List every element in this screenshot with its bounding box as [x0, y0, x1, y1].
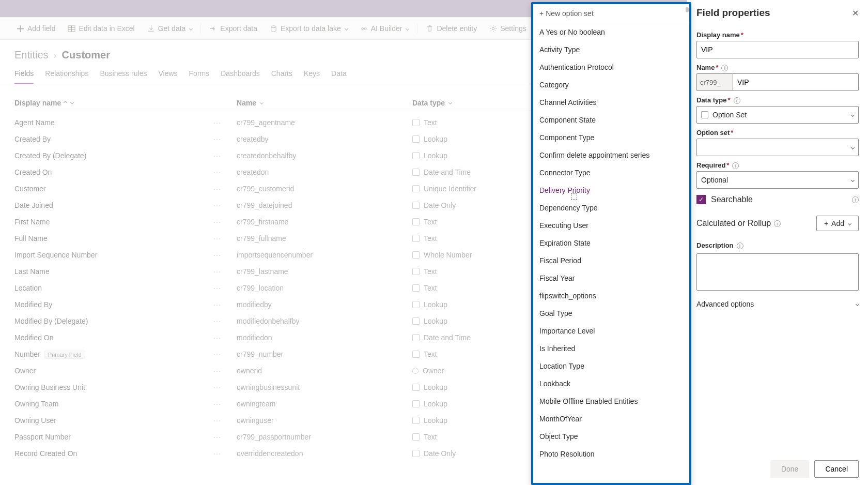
option-set-select[interactable] — [696, 139, 859, 156]
option-set-dropdown[interactable]: + New option set A Yes or No booleanActi… — [531, 2, 691, 485]
row-more-button[interactable]: ··· — [213, 433, 221, 441]
row-more-button[interactable]: ··· — [213, 383, 221, 391]
option-set-item[interactable]: Location Type — [533, 357, 689, 375]
row-more-button[interactable]: ··· — [213, 201, 221, 209]
required-label: Required*i — [696, 161, 859, 169]
tab-charts[interactable]: Charts — [271, 66, 292, 84]
row-more-button[interactable]: ··· — [213, 267, 221, 276]
tab-relationships[interactable]: Relationships — [45, 66, 88, 84]
tab-keys[interactable]: Keys — [304, 66, 320, 84]
row-more-button[interactable]: ··· — [213, 251, 221, 259]
settings-label: Settings — [500, 24, 526, 33]
option-set-item[interactable]: Delivery Priority — [533, 181, 689, 199]
option-set-item[interactable]: Photo Resolution — [533, 445, 689, 463]
option-set-item[interactable]: Lookback — [533, 375, 689, 392]
excel-icon — [68, 25, 75, 33]
new-option-set-item[interactable]: + New option set — [533, 4, 689, 23]
settings-button[interactable]: Settings — [483, 18, 533, 39]
row-more-button[interactable]: ··· — [213, 416, 221, 425]
option-set-item[interactable]: Importance Level — [533, 322, 689, 340]
col-name[interactable]: Name — [237, 99, 412, 107]
tab-business-rules[interactable]: Business rules — [100, 66, 147, 84]
option-set-item[interactable]: Dependency Type — [533, 199, 689, 217]
row-more-button[interactable]: ··· — [213, 449, 221, 458]
option-set-item[interactable]: Is Inherited — [533, 340, 689, 357]
row-name: cr799_number — [237, 350, 412, 358]
row-more-button[interactable]: ··· — [213, 367, 221, 375]
row-more-button[interactable]: ··· — [213, 218, 221, 226]
data-type-select[interactable]: Option Set — [696, 106, 859, 124]
breadcrumb-entities[interactable]: Entities — [14, 49, 49, 61]
option-set-item[interactable]: Fiscal Year — [533, 269, 689, 287]
info-icon[interactable]: i — [774, 220, 781, 227]
option-set-item[interactable]: flipswitch_options — [533, 287, 689, 305]
row-more-button[interactable]: ··· — [213, 185, 221, 193]
option-set-item[interactable]: Authentication Protocol — [533, 58, 689, 76]
add-label: Add — [831, 219, 844, 228]
option-set-item[interactable]: Expiration State — [533, 234, 689, 252]
info-icon[interactable]: i — [721, 65, 728, 71]
tab-fields[interactable]: Fields — [14, 66, 34, 84]
ai-icon — [360, 25, 368, 33]
add-field-button[interactable]: Add field — [10, 18, 61, 39]
row-more-button[interactable]: ··· — [213, 350, 221, 358]
data-type-icon — [412, 301, 420, 308]
display-name-input[interactable] — [696, 41, 859, 58]
cancel-button[interactable]: Cancel — [814, 460, 859, 478]
option-set-item[interactable]: Fiscal Period — [533, 252, 689, 269]
info-icon[interactable]: i — [732, 162, 739, 169]
option-set-item[interactable]: Object Type — [533, 428, 689, 445]
option-set-item[interactable]: Goal Type — [533, 305, 689, 322]
option-set-label: Option set* — [696, 129, 859, 137]
row-more-button[interactable]: ··· — [213, 317, 221, 325]
close-button[interactable]: ✕ — [852, 8, 859, 18]
done-button[interactable]: Done — [770, 460, 809, 478]
tab-views[interactable]: Views — [158, 66, 177, 84]
option-set-item[interactable]: Component Type — [533, 129, 689, 146]
export-data-lake-button[interactable]: Export to data lake — [264, 18, 354, 39]
tab-dashboards[interactable]: Dashboards — [221, 66, 260, 84]
row-more-button[interactable]: ··· — [213, 118, 221, 127]
edit-in-excel-button[interactable]: Edit data in Excel — [61, 18, 141, 39]
name-input[interactable] — [733, 73, 859, 91]
add-calc-button[interactable]: + Add — [816, 216, 859, 231]
info-icon[interactable]: i — [852, 196, 859, 203]
option-set-item[interactable]: Activity Type — [533, 41, 689, 58]
row-display-name: Location··· — [14, 284, 237, 292]
tab-forms[interactable]: Forms — [189, 66, 210, 84]
row-more-button[interactable]: ··· — [213, 300, 221, 309]
option-set-item[interactable]: Category — [533, 76, 689, 94]
required-select[interactable]: Optional — [696, 171, 859, 189]
option-set-item[interactable]: Confirm delete appointment series — [533, 146, 689, 164]
data-type-icon — [412, 334, 420, 341]
option-set-item[interactable]: MonthOfYear — [533, 410, 689, 428]
option-set-item[interactable]: Executing User — [533, 217, 689, 234]
row-more-button[interactable]: ··· — [213, 135, 221, 143]
description-input[interactable] — [696, 253, 859, 291]
row-more-button[interactable]: ··· — [213, 400, 221, 408]
row-more-button[interactable]: ··· — [213, 334, 221, 342]
tab-data[interactable]: Data — [331, 66, 347, 84]
ai-builder-button[interactable]: AI Builder — [354, 18, 415, 39]
get-data-button[interactable]: Get data — [141, 18, 199, 39]
export-data-button[interactable]: Export data — [203, 18, 264, 39]
option-set-item[interactable]: Mobile Offline Enabled Entities — [533, 392, 689, 410]
col-display-name[interactable]: Display name — [14, 99, 237, 107]
option-set-item[interactable]: Component State — [533, 111, 689, 129]
option-set-item[interactable]: Connector Type — [533, 164, 689, 181]
row-more-button[interactable]: ··· — [213, 234, 221, 242]
row-more-button[interactable]: ··· — [213, 151, 221, 160]
option-set-item[interactable]: Channel Activities — [533, 94, 689, 111]
row-more-button[interactable]: ··· — [213, 168, 221, 176]
delete-entity-button[interactable]: Delete entity — [420, 18, 483, 39]
searchable-checkbox[interactable]: ✓ — [696, 195, 706, 204]
advanced-options-toggle[interactable]: Advanced options — [696, 300, 859, 308]
row-more-button[interactable]: ··· — [213, 284, 221, 292]
option-set-item[interactable]: A Yes or No boolean — [533, 23, 689, 41]
info-icon[interactable]: i — [737, 242, 743, 249]
row-display-name: Modified By (Delegate)··· — [14, 317, 237, 325]
data-type-icon — [412, 284, 420, 292]
info-icon[interactable]: i — [734, 97, 740, 104]
chevron-down-icon — [345, 26, 348, 30]
row-name: cr799_firstname — [237, 218, 412, 226]
